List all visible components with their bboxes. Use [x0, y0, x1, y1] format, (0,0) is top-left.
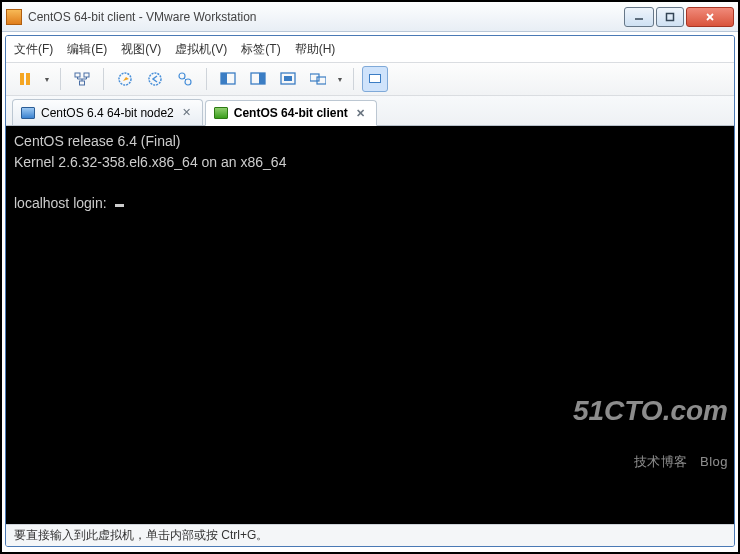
minimize-button[interactable]	[624, 7, 654, 27]
close-button[interactable]	[686, 7, 734, 27]
fullscreen-button[interactable]	[275, 66, 301, 92]
tabbar: CentOS 6.4 64-bit node2 ✕ CentOS 64-bit …	[6, 96, 734, 126]
svg-line-14	[184, 78, 186, 80]
vm-console[interactable]: CentOS release 6.4 (Final) Kernel 2.6.32…	[6, 126, 734, 524]
tab-inactive-vm[interactable]: CentOS 6.4 64-bit node2 ✕	[12, 99, 203, 125]
status-text: 要直接输入到此虚拟机，单击内部或按 Ctrl+G。	[14, 527, 268, 544]
toolbar-separator	[353, 68, 354, 90]
menu-file[interactable]: 文件(F)	[14, 41, 53, 58]
tab-label: CentOS 64-bit client	[234, 106, 348, 120]
toolbar-separator	[206, 68, 207, 90]
svg-rect-16	[221, 73, 227, 84]
tab-active-vm[interactable]: CentOS 64-bit client ✕	[205, 100, 377, 126]
svg-marker-10	[123, 77, 129, 81]
svg-rect-18	[259, 73, 265, 84]
maximize-button[interactable]	[656, 7, 684, 27]
multimon-dropdown[interactable]: ▼	[335, 76, 345, 83]
menu-edit[interactable]: 编辑(E)	[67, 41, 107, 58]
watermark-small: 技术博客 Blog	[573, 455, 728, 469]
console-line: Kernel 2.6.32-358.el6.x86_64 on an x86_6…	[14, 154, 286, 170]
svg-rect-1	[667, 13, 674, 20]
vm-running-icon	[214, 107, 228, 119]
menu-tabs[interactable]: 标签(T)	[241, 41, 280, 58]
toolbar-separator	[60, 68, 61, 90]
svg-rect-6	[75, 73, 80, 77]
pause-button[interactable]	[12, 66, 38, 92]
console-prompt: localhost login:	[14, 195, 111, 211]
pause-dropdown[interactable]: ▼	[42, 76, 52, 83]
window-title: CentOS 64-bit client - VMware Workstatio…	[28, 10, 624, 24]
app-frame: 文件(F) 编辑(E) 视图(V) 虚拟机(V) 标签(T) 帮助(H) ▼	[5, 35, 735, 547]
unity-button[interactable]	[245, 66, 271, 92]
snapshot-button[interactable]	[112, 66, 138, 92]
console-line: CentOS release 6.4 (Final)	[14, 133, 181, 149]
menubar: 文件(F) 编辑(E) 视图(V) 虚拟机(V) 标签(T) 帮助(H)	[6, 36, 734, 62]
menu-view[interactable]: 视图(V)	[121, 41, 161, 58]
svg-point-11	[149, 73, 161, 85]
network-button[interactable]	[69, 66, 95, 92]
thumbnail-bar-button[interactable]	[362, 66, 388, 92]
cursor	[115, 204, 124, 207]
toolbar-separator	[103, 68, 104, 90]
statusbar: 要直接输入到此虚拟机，单击内部或按 Ctrl+G。	[6, 524, 734, 546]
snapshot-manager-button[interactable]	[172, 66, 198, 92]
revert-button[interactable]	[142, 66, 168, 92]
svg-rect-8	[80, 81, 85, 85]
titlebar: CentOS 64-bit client - VMware Workstatio…	[2, 2, 738, 32]
svg-rect-20	[284, 76, 292, 81]
window-controls	[624, 7, 734, 27]
svg-rect-5	[26, 73, 30, 85]
multimon-button[interactable]	[305, 66, 331, 92]
app-icon	[6, 9, 22, 25]
vm-icon	[21, 107, 35, 119]
toolbar: ▼ ▼	[6, 62, 734, 96]
show-console-button[interactable]	[215, 66, 241, 92]
tab-close-icon[interactable]: ✕	[354, 106, 368, 120]
watermark: 51CTO.com 技术博客 Blog	[573, 367, 728, 498]
menu-help[interactable]: 帮助(H)	[295, 41, 336, 58]
menu-vm[interactable]: 虚拟机(V)	[175, 41, 227, 58]
svg-rect-4	[20, 73, 24, 85]
watermark-big: 51CTO.com	[573, 396, 728, 425]
tab-label: CentOS 6.4 64-bit node2	[41, 106, 174, 120]
svg-rect-7	[84, 73, 89, 77]
tab-close-icon[interactable]: ✕	[180, 106, 194, 120]
svg-rect-24	[370, 75, 380, 82]
